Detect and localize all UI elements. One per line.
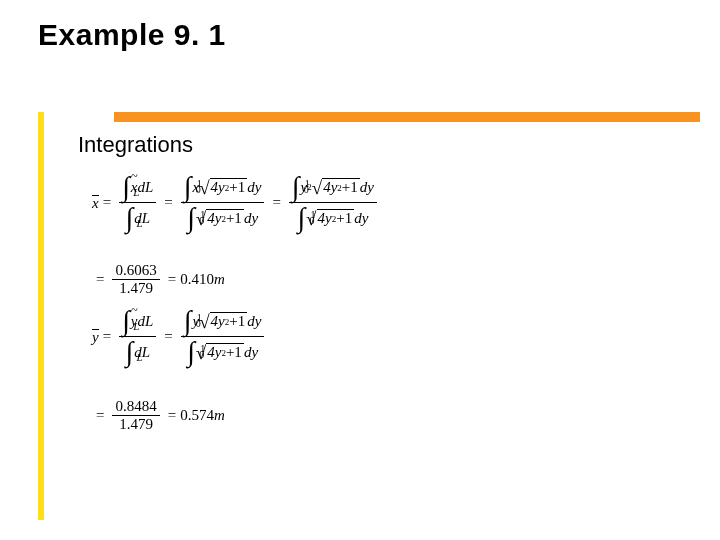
equation-ybar-line1: y = ∫L ydL ∫L dL = bbox=[92, 306, 268, 367]
equation-xbar-result: = 0.6063 1.479 = 0.410 m bbox=[92, 262, 225, 297]
equation-ybar-result: = 0.8484 1.479 = 0.574 m bbox=[92, 398, 225, 433]
frac-x-numeric: 0.6063 1.479 bbox=[112, 262, 159, 297]
equation-xbar-line1: x = ∫L xdL ∫L dL = bbox=[92, 172, 381, 233]
symbol-xtilde: x bbox=[131, 180, 138, 195]
frac-y-integral: ∫10 y √4y2+1 dy ∫10 √4y2+1 dy bbox=[181, 306, 265, 367]
slide: Example 9. 1 Integrations x = ∫L xdL ∫L bbox=[0, 0, 720, 540]
frac-xtilde-dL-over-dL: ∫L xdL ∫L dL bbox=[119, 172, 156, 233]
frac-y2-integral: ∫10 y2 √4y2+1 dy ∫10 √4y2+1 dy bbox=[289, 172, 377, 233]
equals-sign: = bbox=[103, 195, 111, 210]
unit-m: m bbox=[214, 272, 225, 287]
symbol-ybar: y bbox=[92, 329, 99, 345]
accent-bar-yellow bbox=[38, 112, 44, 520]
section-heading: Integrations bbox=[78, 132, 193, 158]
frac-x-integral: ∫10 x √4y2+1 dy ∫10 √4y2+1 dy bbox=[181, 172, 265, 233]
frac-ytilde-dL-over-dL: ∫L ydL ∫L dL bbox=[119, 306, 156, 367]
x-result-value: 0.410 bbox=[180, 272, 214, 287]
symbol-xbar: x bbox=[92, 195, 99, 211]
frac-y-numeric: 0.8484 1.479 bbox=[112, 398, 159, 433]
y-result-value: 0.574 bbox=[180, 408, 214, 423]
symbol-ytilde: y bbox=[131, 314, 138, 329]
accent-bar-orange bbox=[114, 112, 700, 122]
slide-title: Example 9. 1 bbox=[38, 18, 226, 52]
